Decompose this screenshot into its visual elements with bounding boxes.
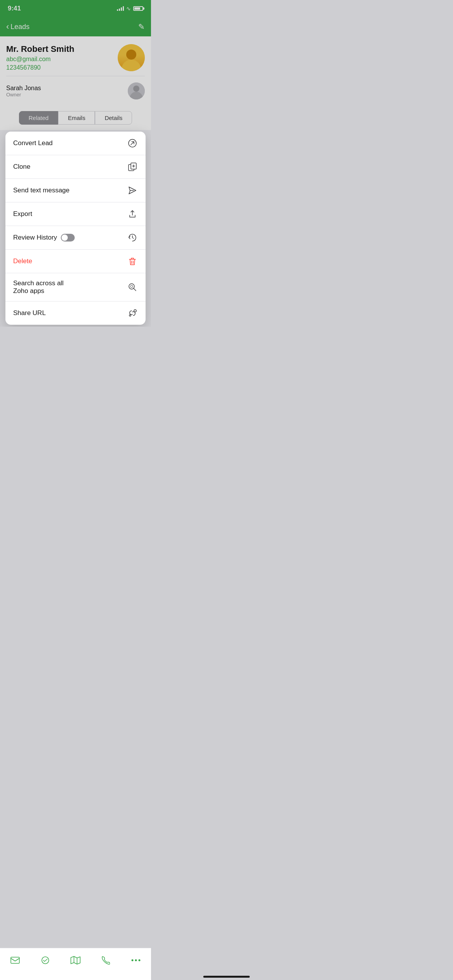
svg-point-14: [129, 315, 131, 316]
menu-item-delete[interactable]: Delete: [5, 250, 146, 273]
menu-item-clone[interactable]: Clone: [5, 155, 146, 179]
convert-lead-icon: [127, 138, 138, 149]
share-url-label: Share URL: [13, 309, 46, 317]
send-text-icon: [127, 185, 138, 196]
menu-item-send-text[interactable]: Send text message: [5, 179, 146, 202]
export-icon: [127, 209, 138, 219]
delete-label: Delete: [13, 257, 32, 265]
export-label: Export: [13, 210, 32, 218]
search-zoho-icon: [127, 282, 138, 293]
context-menu: Convert Lead Clone Send text message: [5, 132, 146, 325]
svg-point-13: [134, 310, 136, 312]
clone-icon: [127, 161, 138, 172]
toggle-thumb: [62, 235, 68, 241]
send-text-label: Send text message: [13, 187, 70, 194]
share-url-icon: [127, 308, 138, 319]
menu-item-search-zoho[interactable]: Search across allZoho apps: [5, 273, 146, 302]
review-history-toggle-area: Review History: [13, 234, 75, 242]
convert-lead-label: Convert Lead: [13, 139, 53, 147]
search-zoho-label: Search across allZoho apps: [13, 279, 63, 295]
menu-item-share-url[interactable]: Share URL: [5, 302, 146, 325]
menu-item-review-history[interactable]: Review History: [5, 226, 146, 250]
clone-label: Clone: [13, 163, 30, 171]
delete-icon: [127, 256, 138, 267]
review-history-toggle[interactable]: [61, 234, 75, 242]
menu-item-export[interactable]: Export: [5, 202, 146, 226]
svg-line-11: [134, 288, 136, 291]
review-history-label: Review History: [13, 234, 57, 242]
svg-point-12: [130, 285, 133, 288]
menu-item-convert-lead[interactable]: Convert Lead: [5, 132, 146, 155]
review-history-icon: [127, 232, 138, 243]
